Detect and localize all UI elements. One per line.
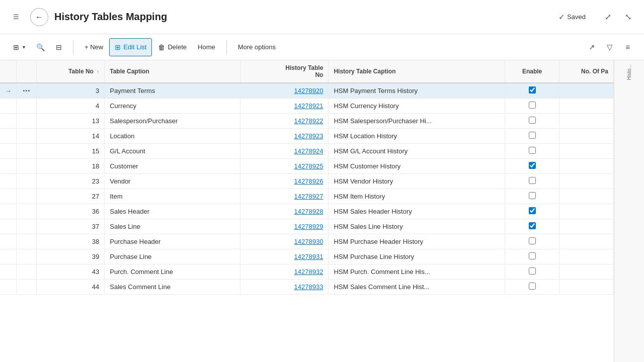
enable-checkbox[interactable]	[529, 237, 536, 244]
table-row[interactable]: 37Sales Line14278929HSM Sales Line Histo…	[0, 219, 614, 234]
row-context-menu-cell[interactable]	[16, 144, 36, 159]
row-enable-cell[interactable]	[505, 264, 559, 280]
table-row[interactable]: 38Purchase Header14278930HSM Purchase He…	[0, 234, 614, 249]
col-no-of-pa[interactable]: No. Of Pa	[559, 60, 614, 83]
view-button[interactable]: ⊞ ▾	[8, 38, 30, 56]
row-context-menu-cell[interactable]	[16, 249, 36, 264]
enable-checkbox[interactable]	[529, 192, 536, 199]
row-hist-table-no[interactable]: 14278924	[240, 144, 329, 159]
table-row[interactable]: 43Purch. Comment Line14278932HSM Purch. …	[0, 264, 614, 280]
enable-checkbox[interactable]	[529, 86, 536, 94]
col-table-no[interactable]: Table No ↑	[37, 60, 105, 83]
col-hist-table-caption[interactable]: History Table Caption	[329, 60, 505, 83]
row-hist-table-no[interactable]: 14278930	[240, 234, 329, 249]
row-enable-cell[interactable]	[505, 234, 559, 249]
table-row[interactable]: 39Purchase Line14278931HSM Purchase Line…	[0, 249, 614, 264]
expand-button[interactable]: ⤡	[620, 9, 636, 25]
home-button[interactable]: Home	[193, 38, 220, 56]
col-hist-table-no[interactable]: History TableNo	[240, 60, 329, 83]
table-row[interactable]: 23Vendor14278926HSM Vendor History	[0, 174, 614, 189]
row-hist-table-no[interactable]: 14278927	[240, 189, 329, 204]
table-row[interactable]: 13Salesperson/Purchaser14278922HSM Sales…	[0, 114, 614, 129]
row-context-menu-cell[interactable]	[16, 114, 36, 129]
row-enable-cell[interactable]	[505, 114, 559, 129]
enable-checkbox[interactable]	[529, 117, 536, 124]
share-button[interactable]: ↗	[584, 39, 600, 55]
row-enable-cell[interactable]	[505, 219, 559, 234]
sidebar-toggle-icon[interactable]: ☰	[8, 9, 24, 25]
toolbar: ⊞ ▾ 🔍 ⊟ + New ⊞ Edit List 🗑 Delete	[0, 34, 644, 60]
row-enable-cell[interactable]	[505, 159, 559, 174]
row-enable-cell[interactable]	[505, 83, 559, 99]
enable-checkbox[interactable]	[529, 267, 536, 275]
enable-checkbox[interactable]	[529, 102, 536, 109]
row-no-of-pa	[559, 174, 614, 189]
row-hist-table-no[interactable]: 14278921	[240, 99, 329, 114]
enable-checkbox[interactable]	[529, 132, 536, 139]
row-context-menu-cell[interactable]	[16, 99, 36, 114]
new-button[interactable]: + New	[79, 38, 108, 56]
row-arrow-cell	[0, 99, 16, 114]
row-hist-table-caption: HSM Item History	[329, 189, 505, 204]
row-enable-cell[interactable]	[505, 174, 559, 189]
toolbar-view-group: ⊞ ▾ 🔍 ⊟	[8, 38, 67, 56]
enable-checkbox[interactable]	[529, 252, 536, 259]
enable-checkbox[interactable]	[529, 162, 536, 169]
row-hist-table-no[interactable]: 14278931	[240, 249, 329, 264]
row-enable-cell[interactable]	[505, 189, 559, 204]
table-row[interactable]: 4Currency14278921HSM Currency History	[0, 99, 614, 114]
row-hist-table-no[interactable]: 14278932	[240, 264, 329, 280]
row-enable-cell[interactable]	[505, 129, 559, 144]
table-view-button[interactable]: ⊟	[51, 38, 67, 56]
context-menu-button[interactable]	[18, 90, 35, 92]
row-hist-table-caption: HSM Payment Terms History	[329, 83, 505, 99]
table-wrapper[interactable]: Table No ↑ Table Caption History TableNo…	[0, 60, 614, 362]
enable-checkbox[interactable]	[529, 222, 536, 229]
table-row[interactable]: →3Payment Terms14278920HSM Payment Terms…	[0, 83, 614, 99]
row-context-menu-cell[interactable]	[16, 129, 36, 144]
row-context-menu-cell[interactable]	[16, 219, 36, 234]
row-enable-cell[interactable]	[505, 249, 559, 264]
row-hist-table-no[interactable]: 14278926	[240, 174, 329, 189]
row-enable-cell[interactable]	[505, 144, 559, 159]
table-row[interactable]: 15G/L Account14278924HSM G/L Account His…	[0, 144, 614, 159]
row-context-menu-cell[interactable]	[16, 189, 36, 204]
enable-checkbox[interactable]	[529, 207, 536, 214]
row-hist-table-no[interactable]: 14278923	[240, 129, 329, 144]
more-options-button[interactable]: More options	[233, 38, 281, 56]
table-row[interactable]: 27Item14278927HSM Item History	[0, 189, 614, 204]
row-context-menu-cell[interactable]	[16, 280, 36, 295]
row-hist-table-no[interactable]: 14278933	[240, 280, 329, 295]
row-context-menu-cell[interactable]	[16, 174, 36, 189]
row-hist-table-no[interactable]: 14278922	[240, 114, 329, 129]
filter-button[interactable]: ▽	[602, 39, 618, 55]
column-menu-button[interactable]: ≡	[620, 39, 636, 55]
row-no-of-pa	[559, 99, 614, 114]
table-row[interactable]: 44Sales Comment Line14278933HSM Sales Co…	[0, 280, 614, 295]
open-in-new-window-button[interactable]: ⤢	[600, 9, 616, 25]
delete-button[interactable]: 🗑 Delete	[153, 38, 192, 56]
row-hist-table-no[interactable]: 14278929	[240, 219, 329, 234]
table-row[interactable]: 36Sales Header14278928HSM Sales Header H…	[0, 204, 614, 219]
row-context-menu-cell[interactable]	[16, 264, 36, 280]
back-button[interactable]: ←	[30, 8, 48, 26]
row-hist-table-no[interactable]: 14278925	[240, 159, 329, 174]
row-enable-cell[interactable]	[505, 99, 559, 114]
row-context-menu-cell[interactable]	[16, 83, 36, 99]
table-row[interactable]: 18Customer14278925HSM Customer History	[0, 159, 614, 174]
row-hist-table-no[interactable]: 14278920	[240, 83, 329, 99]
enable-checkbox[interactable]	[529, 283, 536, 290]
col-enable[interactable]: Enable	[505, 60, 559, 83]
enable-checkbox[interactable]	[529, 147, 536, 154]
col-table-caption[interactable]: Table Caption	[105, 60, 240, 83]
edit-list-button[interactable]: ⊞ Edit List	[109, 38, 152, 56]
row-enable-cell[interactable]	[505, 280, 559, 295]
table-row[interactable]: 14Location14278923HSM Location History	[0, 129, 614, 144]
enable-checkbox[interactable]	[529, 177, 536, 184]
row-context-menu-cell[interactable]	[16, 159, 36, 174]
row-context-menu-cell[interactable]	[16, 234, 36, 249]
row-enable-cell[interactable]	[505, 204, 559, 219]
row-hist-table-no[interactable]: 14278928	[240, 204, 329, 219]
row-context-menu-cell[interactable]	[16, 204, 36, 219]
search-button[interactable]: 🔍	[31, 38, 50, 56]
